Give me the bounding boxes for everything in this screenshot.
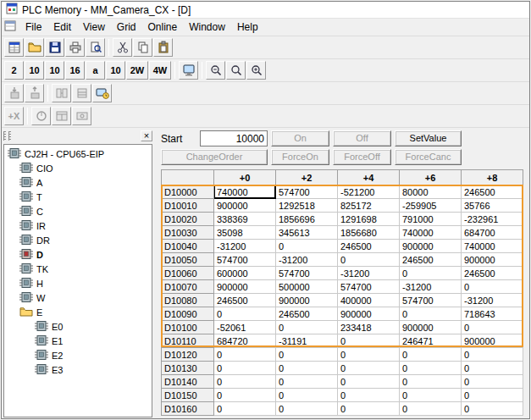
fill-memory-icon[interactable] — [72, 84, 91, 102]
cell-D10080-+2[interactable]: 900000 — [276, 294, 338, 307]
cell-D10150-+0[interactable]: 0 — [214, 389, 276, 402]
row-header-D10070[interactable]: D10070 — [162, 280, 214, 294]
tree-item-dr[interactable]: DR — [6, 233, 152, 247]
cell-D10050-+6[interactable]: 246500 — [400, 253, 462, 267]
format-float-button[interactable]: 10 — [106, 61, 125, 80]
address-monitor-icon[interactable] — [52, 107, 71, 125]
row-header-D10000[interactable]: D10000 — [162, 185, 214, 199]
cell-D10040-+6[interactable]: 900000 — [400, 240, 462, 253]
open-icon[interactable] — [25, 38, 44, 57]
cell-D10060-+0[interactable]: 600000 — [214, 267, 276, 280]
format-2word-button[interactable]: 2W — [126, 61, 148, 80]
tree-item-e[interactable]: E — [6, 305, 152, 319]
set-value-button[interactable]: SetValue — [395, 130, 462, 146]
cell-D10030-+4[interactable]: 1856680 — [338, 226, 400, 240]
format-bcd-button[interactable]: 10 — [25, 61, 44, 80]
cell-D10130-+4[interactable]: 0 — [338, 362, 400, 375]
menu-view[interactable]: View — [77, 19, 111, 35]
cell-D10090-+6[interactable]: 0 — [400, 307, 462, 321]
cell-D10010-+8[interactable]: 35766 — [462, 199, 523, 213]
tree-item-ir[interactable]: IR — [6, 218, 152, 233]
cell-D10130-+0[interactable]: 0 — [214, 362, 276, 375]
cell-D10030-+0[interactable]: 35098 — [214, 226, 276, 240]
cell-D10010-+4[interactable]: 825172 — [338, 199, 400, 213]
compare-memory-icon[interactable] — [52, 84, 71, 102]
cell-D10050-+4[interactable]: 0 — [338, 253, 400, 267]
cell-D10160-+4[interactable]: 0 — [338, 402, 400, 416]
paste-icon[interactable] — [153, 38, 173, 57]
cell-D10120-+4[interactable]: 0 — [338, 348, 400, 362]
row-header-D10090[interactable]: D10090 — [162, 307, 214, 321]
cell-D10150-+8[interactable]: 0 — [462, 389, 523, 402]
cell-D10150-+6[interactable]: 0 — [400, 389, 462, 402]
menu-edit[interactable]: Edit — [47, 19, 77, 35]
tree-item-d[interactable]: D — [6, 247, 152, 262]
format-binary-button[interactable]: 2 — [4, 61, 24, 80]
cell-D10110-+2[interactable]: -31191 — [276, 334, 338, 348]
row-header-D10060[interactable]: D10060 — [162, 267, 214, 280]
cell-D10110-+8[interactable]: 900000 — [462, 334, 523, 348]
cell-D10160-+0[interactable]: 0 — [214, 402, 276, 416]
row-header-D10130[interactable]: D10130 — [162, 362, 214, 375]
cell-D10090-+4[interactable]: 900000 — [338, 307, 400, 321]
on-button[interactable]: On — [271, 130, 329, 146]
column-header-+2[interactable]: +2 — [276, 170, 338, 185]
tree-item-e0[interactable]: E0 — [6, 319, 152, 334]
cell-D10120-+2[interactable]: 0 — [276, 348, 338, 362]
tree-item-c[interactable]: C — [6, 204, 152, 218]
grid-view-icon[interactable] — [4, 38, 24, 57]
column-header-+4[interactable]: +4 — [338, 170, 400, 185]
cell-D10090-+8[interactable]: 718643 — [462, 307, 523, 321]
cell-D10120-+8[interactable]: 0 — [462, 348, 523, 362]
cell-D10030-+8[interactable]: 684700 — [462, 226, 523, 240]
menu-file[interactable]: File — [19, 19, 47, 35]
cell-D10040-+8[interactable]: 740000 — [462, 240, 523, 253]
cell-D10070-+2[interactable]: 500000 — [276, 280, 338, 294]
row-header-D10100[interactable]: D10100 — [162, 321, 214, 334]
row-header-D10010[interactable]: D10010 — [162, 199, 214, 213]
cell-D10140-+2[interactable]: 0 — [276, 375, 338, 389]
cell-D10110-+4[interactable]: 0 — [338, 334, 400, 348]
tree-item-w[interactable]: W — [6, 290, 152, 305]
cell-D10050-+8[interactable]: 900000 — [462, 253, 523, 267]
tree-item-h[interactable]: H — [6, 276, 152, 290]
row-header-D10020[interactable]: D10020 — [162, 213, 214, 226]
cell-D10100-+6[interactable]: 900000 — [400, 321, 462, 334]
cell-D10130-+6[interactable]: 0 — [400, 362, 462, 375]
panel-grip[interactable] — [8, 131, 11, 141]
menu-online[interactable]: Online — [142, 19, 184, 35]
cell-D10110-+6[interactable]: 246471 — [400, 334, 462, 348]
cell-D10020-+8[interactable]: -232961 — [462, 213, 523, 226]
tree-item-e1[interactable]: E1 — [6, 334, 152, 348]
save-icon[interactable] — [45, 38, 64, 57]
cell-D10000-+6[interactable]: 80000 — [400, 185, 462, 199]
cell-D10050-+0[interactable]: 574700 — [214, 253, 276, 267]
off-button[interactable]: Off — [333, 130, 391, 146]
cell-D10000-+8[interactable]: 246500 — [462, 185, 523, 199]
cell-D10150-+2[interactable]: 0 — [276, 389, 338, 402]
cell-D10160-+2[interactable]: 0 — [276, 402, 338, 416]
cell-D10060-+8[interactable]: 246500 — [462, 267, 523, 280]
cell-D10070-+8[interactable]: 0 — [462, 280, 523, 294]
change-order-button[interactable]: ChangeOrder — [161, 149, 268, 165]
row-header-D10080[interactable]: D10080 — [162, 294, 214, 307]
cell-D10140-+0[interactable]: 0 — [214, 375, 276, 389]
cell-D10060-+2[interactable]: 574700 — [276, 267, 338, 280]
watch-window-icon[interactable] — [72, 107, 91, 125]
cell-D10080-+0[interactable]: 246500 — [214, 294, 276, 307]
cell-D10020-+6[interactable]: 791000 — [400, 213, 462, 226]
cell-D10140-+8[interactable]: 0 — [462, 375, 523, 389]
force-cancel-button[interactable]: ForceCanc — [395, 149, 462, 165]
force-off-button[interactable]: ForceOff — [333, 149, 391, 165]
cell-D10140-+6[interactable]: 0 — [400, 375, 462, 389]
format-hex-button[interactable]: 16 — [65, 61, 85, 80]
row-header-D10120[interactable]: D10120 — [162, 348, 214, 362]
format-4word-button[interactable]: 4W — [149, 61, 171, 80]
format-signed-decimal-button[interactable]: 10 — [45, 61, 64, 80]
cell-D10120-+0[interactable]: 0 — [214, 348, 276, 362]
cell-D10070-+0[interactable]: 900000 — [214, 280, 276, 294]
cell-D10090-+0[interactable]: 0 — [214, 307, 276, 321]
forced-status-icon[interactable] — [31, 107, 51, 125]
mdi-child-icon[interactable] — [4, 20, 16, 34]
column-header-+8[interactable]: +8 — [462, 170, 523, 185]
